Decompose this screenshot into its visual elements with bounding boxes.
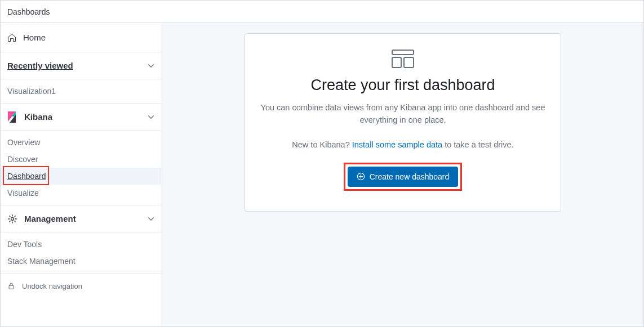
- sidebar-item-label: Visualize: [7, 189, 39, 198]
- svg-point-0: [11, 217, 14, 220]
- kibana-title: Kibana: [24, 112, 52, 122]
- topbar: Dashboards: [1, 1, 643, 23]
- home-label: Home: [23, 33, 46, 42]
- breadcrumb[interactable]: Dashboards: [7, 7, 50, 16]
- sidebar-item-label: Stack Management: [7, 257, 75, 266]
- sidebar-item-overview[interactable]: Overview: [1, 134, 162, 151]
- sub-post: to take a test drive.: [442, 140, 514, 149]
- svg-rect-2: [392, 50, 414, 55]
- sidebar-item-visualization1[interactable]: Visualization1: [1, 83, 162, 100]
- dashboard-icon: [392, 50, 414, 69]
- sidebar-item-discover[interactable]: Discover: [1, 151, 162, 168]
- sidebar-item-dashboard[interactable]: Dashboard: [1, 168, 162, 185]
- sidebar-section-recently: Recently viewed Visualization1: [1, 52, 162, 104]
- svg-rect-3: [392, 57, 401, 68]
- plus-circle-icon: [357, 172, 365, 181]
- button-label: Create new dashboard: [370, 172, 450, 181]
- recently-viewed-title: Recently viewed: [7, 61, 73, 70]
- sidebar-section-management: Management Dev Tools Stack Management: [1, 205, 162, 274]
- app-body: Home Recently viewed Visualization1: [1, 23, 643, 326]
- chevron-down-icon: [147, 215, 155, 223]
- card-description: You can combine data views from any Kiba…: [259, 102, 547, 127]
- card-title: Create your first dashboard: [259, 77, 547, 94]
- home-icon: [7, 33, 16, 42]
- undock-label: Undock navigation: [22, 282, 82, 290]
- kibana-logo-icon: [7, 111, 17, 123]
- sidebar-home[interactable]: Home: [1, 23, 162, 52]
- sidebar-item-label: Dev Tools: [7, 240, 42, 249]
- create-new-dashboard-button[interactable]: Create new dashboard: [348, 167, 459, 187]
- app-frame: Dashboards Home Recently viewed: [0, 0, 644, 327]
- sidebar: Home Recently viewed Visualization1: [1, 23, 162, 326]
- undock-navigation[interactable]: Undock navigation: [1, 274, 162, 298]
- sidebar-section-kibana: Kibana Overview Discover Dashboard: [1, 104, 162, 205]
- sidebar-header-kibana[interactable]: Kibana: [1, 104, 162, 131]
- highlight-box: Create new dashboard: [344, 163, 463, 191]
- install-sample-data-link[interactable]: Install some sample data: [352, 140, 442, 149]
- sidebar-item-visualize[interactable]: Visualize: [1, 185, 162, 201]
- sidebar-item-label: Discover: [7, 155, 38, 164]
- sidebar-item-devtools[interactable]: Dev Tools: [1, 236, 162, 253]
- svg-rect-1: [9, 285, 14, 289]
- sidebar-header-recently[interactable]: Recently viewed: [1, 52, 162, 79]
- empty-dashboard-card: Create your first dashboard You can comb…: [245, 33, 561, 212]
- chevron-down-icon: [147, 113, 155, 121]
- management-title: Management: [24, 214, 76, 223]
- sidebar-item-label: Overview: [7, 138, 40, 147]
- svg-rect-4: [404, 57, 414, 68]
- lock-icon: [7, 282, 15, 290]
- sidebar-item-stackmanagement[interactable]: Stack Management: [1, 253, 162, 270]
- sidebar-item-label: Dashboard: [7, 172, 46, 181]
- card-subtext: New to Kibana? Install some sample data …: [259, 140, 547, 149]
- sidebar-item-label: Visualization1: [7, 87, 56, 96]
- sub-pre: New to Kibana?: [292, 140, 352, 149]
- chevron-down-icon: [147, 62, 155, 70]
- gear-icon: [7, 214, 17, 224]
- main-area: Create your first dashboard You can comb…: [162, 23, 643, 326]
- sidebar-header-management[interactable]: Management: [1, 205, 162, 232]
